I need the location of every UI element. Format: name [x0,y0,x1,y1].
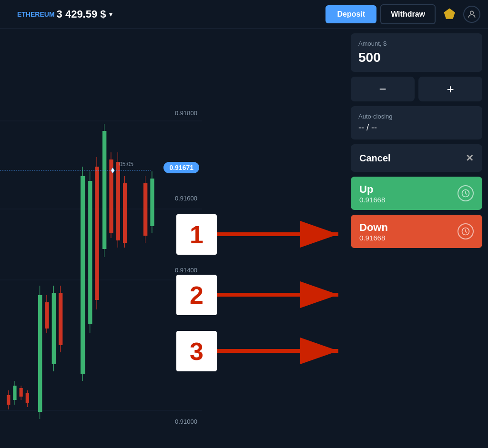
up-price: 0.91668 [359,196,385,204]
up-button-text: Up 0.91668 [359,183,385,204]
svg-rect-15 [38,295,42,412]
arrow-1 [217,214,345,255]
arrow-2 [217,275,345,315]
svg-rect-9 [13,386,16,400]
price-time-label: 05:05 [119,161,133,168]
price-label-91000: 0.91000 [175,418,197,425]
svg-rect-35 [123,183,127,243]
svg-rect-21 [59,293,62,345]
svg-point-0 [470,11,474,14]
down-label: Down [359,221,388,234]
current-price-bubble: 0.91671 [163,162,199,173]
auto-closing-value: -- / -- [358,123,475,133]
annotation-3: 3 [176,331,217,371]
minus-button[interactable]: − [351,77,415,101]
price-label-91600: 0.91600 [175,195,197,202]
svg-rect-13 [26,393,29,403]
plus-button[interactable]: + [418,77,482,101]
annotation-2: 2 [176,275,217,315]
cancel-button[interactable]: Cancel ✕ [351,144,482,172]
price-label-91800: 0.91800 [175,110,197,117]
amount-value: 500 [358,50,475,65]
deposit-button[interactable]: Deposit [325,5,376,23]
svg-rect-37 [143,183,147,236]
down-button-text: Down 0.91668 [359,221,388,242]
header-buttons: Deposit Withdraw ⬟ [325,4,480,24]
auto-closing-card: Auto-closing -- / -- [351,106,482,139]
arrow-3 [217,331,345,371]
auto-closing-label: Auto-closing [358,113,475,120]
right-panel: Amount, $ 500 − + Auto-closing -- / -- C… [345,29,488,448]
amount-card: Amount, $ 500 [351,33,482,72]
down-price: 0.91668 [359,234,385,242]
chart-area: 0.91800 0.91600 0.91400 0.91000 05:05 0.… [0,29,345,448]
up-button[interactable]: Up 0.91668 [351,177,482,210]
user-avatar[interactable] [463,6,480,23]
main-layout: 0.91800 0.91600 0.91400 0.91000 05:05 0.… [0,29,488,448]
clock-icon-down [458,223,474,239]
stepper-row: − + [351,77,482,101]
svg-rect-23 [81,176,85,374]
cancel-label: Cancel [359,153,391,164]
svg-rect-27 [95,167,99,300]
chevron-down-icon[interactable]: ▾ [109,10,112,18]
balance-area: ETHEREUM 3 429.59 $ ▾ [17,8,112,20]
svg-rect-1 [0,29,202,448]
price-label-91400: 0.91400 [175,267,197,274]
svg-rect-19 [52,293,56,364]
annotation-1: 1 [176,214,217,255]
candlestick-chart [0,29,202,448]
svg-rect-7 [7,395,10,405]
asset-name[interactable]: ETHEREUM [17,10,55,18]
amount-label: Amount, $ [358,40,475,47]
header: ETHEREUM 3 429.59 $ ▾ Deposit Withdraw ⬟ [0,0,488,29]
svg-rect-29 [102,131,106,249]
balance-amount: 3 429.59 $ [57,8,106,20]
clock-icon-up [458,185,474,201]
svg-rect-39 [150,179,154,226]
svg-rect-25 [88,181,92,324]
up-label: Up [359,183,373,196]
close-icon: ✕ [466,152,474,164]
down-button[interactable]: Down 0.91668 [351,215,482,248]
svg-rect-11 [20,388,23,397]
svg-rect-33 [116,162,120,240]
rank-icon[interactable]: ⬟ [439,4,459,24]
svg-rect-17 [45,302,49,329]
withdraw-button[interactable]: Withdraw [380,4,436,24]
